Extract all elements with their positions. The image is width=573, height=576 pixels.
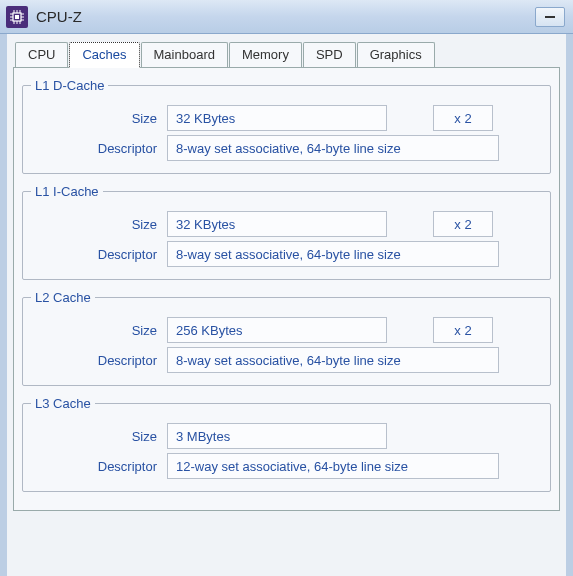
descriptor-value: 8-way set associative, 64-byte line size [167,135,499,161]
window-title: CPU-Z [36,8,527,25]
multiplier-value: x 2 [433,105,493,131]
descriptor-row: Descriptor 12-way set associative, 64-by… [31,453,542,479]
descriptor-row: Descriptor 8-way set associative, 64-byt… [31,135,542,161]
descriptor-label: Descriptor [31,141,161,156]
descriptor-label: Descriptor [31,353,161,368]
descriptor-row: Descriptor 8-way set associative, 64-byt… [31,241,542,267]
svg-rect-1 [15,15,19,19]
size-row: Size 32 KBytes x 2 [31,211,542,237]
size-value: 3 MBytes [167,423,387,449]
descriptor-value: 8-way set associative, 64-byte line size [167,347,499,373]
group-title: L1 D-Cache [31,78,108,93]
l1-d-cache-group: L1 D-Cache Size 32 KBytes x 2 Descriptor… [22,78,551,174]
size-label: Size [31,111,161,126]
app-window: CPU-Z CPU Caches Mainboard Memory SPD Gr… [0,0,573,576]
descriptor-label: Descriptor [31,247,161,262]
l2-cache-group: L2 Cache Size 256 KBytes x 2 Descriptor … [22,290,551,386]
tab-mainboard[interactable]: Mainboard [141,42,228,67]
tab-memory[interactable]: Memory [229,42,302,67]
size-row: Size 3 MBytes [31,423,542,449]
caches-panel: L1 D-Cache Size 32 KBytes x 2 Descriptor… [13,68,560,511]
size-value: 32 KBytes [167,211,387,237]
tab-cpu[interactable]: CPU [15,42,68,67]
multiplier-value: x 2 [433,211,493,237]
descriptor-row: Descriptor 8-way set associative, 64-byt… [31,347,542,373]
group-title: L1 I-Cache [31,184,103,199]
descriptor-label: Descriptor [31,459,161,474]
size-label: Size [31,217,161,232]
tab-graphics[interactable]: Graphics [357,42,435,67]
descriptor-value: 8-way set associative, 64-byte line size [167,241,499,267]
titlebar[interactable]: CPU-Z [0,0,573,34]
size-value: 256 KBytes [167,317,387,343]
tab-caches[interactable]: Caches [69,42,139,68]
app-icon [6,6,28,28]
descriptor-value: 12-way set associative, 64-byte line siz… [167,453,499,479]
size-row: Size 256 KBytes x 2 [31,317,542,343]
l3-cache-group: L3 Cache Size 3 MBytes Descriptor 12-way… [22,396,551,492]
multiplier-value: x 2 [433,317,493,343]
tabstrip: CPU Caches Mainboard Memory SPD Graphics [13,40,560,68]
group-title: L2 Cache [31,290,95,305]
minimize-button[interactable] [535,7,565,27]
tab-spd[interactable]: SPD [303,42,356,67]
size-value: 32 KBytes [167,105,387,131]
group-title: L3 Cache [31,396,95,411]
client-area: CPU Caches Mainboard Memory SPD Graphics… [0,34,573,576]
l1-i-cache-group: L1 I-Cache Size 32 KBytes x 2 Descriptor… [22,184,551,280]
size-row: Size 32 KBytes x 2 [31,105,542,131]
size-label: Size [31,323,161,338]
size-label: Size [31,429,161,444]
